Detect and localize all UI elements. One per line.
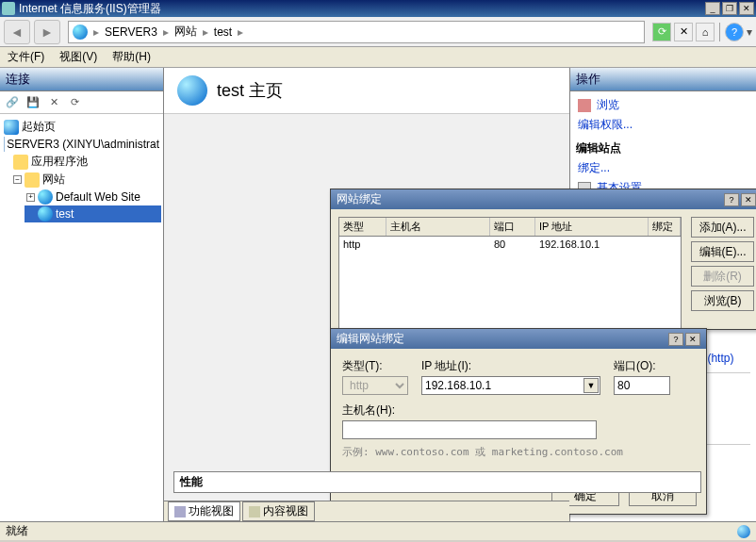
site-large-icon (177, 75, 207, 106)
host-input[interactable] (342, 420, 597, 439)
browse-binding-button[interactable]: 浏览(B) (691, 290, 754, 311)
col-port[interactable]: 端口 (490, 218, 535, 236)
action-browse[interactable]: 浏览 (576, 95, 750, 115)
connections-header: 连接 (0, 68, 163, 91)
ip-label: IP 地址(I): (421, 358, 600, 374)
back-button[interactable]: ◄ (4, 20, 30, 44)
tree-site-test[interactable]: test (25, 205, 161, 222)
binding-row[interactable]: http 80 192.168.10.1 (339, 237, 681, 252)
bindings-titlebar[interactable]: 网站绑定 ? ✕ (331, 189, 756, 209)
cell-ip: 192.168.10.1 (535, 237, 649, 252)
edit-binding-button[interactable]: 编辑(E)... (691, 241, 754, 262)
tree-start-page[interactable]: 起始页 (2, 118, 161, 136)
edit-title: 编辑网站绑定 (337, 331, 666, 347)
tab-content-label: 内容视图 (263, 503, 308, 519)
type-select[interactable]: http (342, 376, 408, 395)
globe-icon (73, 25, 88, 40)
col-type[interactable]: 类型 (339, 218, 386, 236)
tree-sites[interactable]: − 网站 (11, 171, 161, 189)
close-icon[interactable]: ✕ (741, 193, 756, 206)
action-label: 绑定... (578, 160, 610, 176)
port-input[interactable] (614, 376, 670, 395)
page-title: test 主页 (217, 79, 283, 102)
close-button[interactable]: ✕ (739, 2, 754, 15)
browse-icon (578, 99, 591, 112)
server-label: SERVER3 (XINYU\administrat (7, 138, 159, 151)
help-button[interactable]: ? (725, 23, 744, 41)
menu-file[interactable]: 文件(F) (8, 49, 44, 65)
cell-port: 80 (490, 237, 535, 252)
tree-server[interactable]: SERVER3 (XINYU\administrat (2, 136, 161, 153)
perf-group-header: 性能 (173, 471, 701, 493)
remove-binding-button[interactable]: 删除(R) (691, 266, 754, 287)
config-icon[interactable] (737, 525, 750, 538)
connect-icon[interactable]: 🔗 (4, 94, 21, 111)
status-bar: 就绪 (0, 521, 756, 540)
minimize-button[interactable]: _ (705, 2, 720, 15)
actions-header: 操作 (570, 68, 756, 91)
action-edit-perm[interactable]: 编辑权限... (576, 115, 750, 135)
connections-panel: 连接 🔗 💾 ✕ ⟳ 起始页 SERVER3 (XINYU\administra… (0, 68, 164, 521)
col-host[interactable]: 主机名 (386, 218, 490, 236)
bindings-list[interactable]: 类型 主机名 端口 IP 地址 绑定 http 80 192.168.10.1 (338, 217, 682, 345)
window-title: Internet 信息服务(IIS)管理器 (19, 1, 705, 17)
type-label: 类型(T): (342, 358, 408, 374)
edit-titlebar[interactable]: 编辑网站绑定 ? ✕ (331, 329, 706, 349)
save-icon[interactable]: 💾 (25, 94, 41, 111)
group-edit-site: 编辑站点 (576, 140, 750, 156)
nav-toolbar: ◄ ► ▸ SERVER3 ▸ 网站 ▸ test ▸ ⟳ ✕ ⌂ ? ▾ (0, 17, 756, 47)
site-test-label: test (56, 207, 74, 221)
menu-help[interactable]: 帮助(H) (112, 49, 151, 65)
home-button[interactable]: ⌂ (696, 23, 715, 41)
address-bar[interactable]: ▸ SERVER3 ▸ 网站 ▸ test ▸ (68, 21, 645, 43)
forward-button[interactable]: ► (34, 20, 60, 44)
breadcrumb-sep: ▸ (163, 25, 169, 39)
menu-view[interactable]: 视图(V) (59, 49, 97, 65)
site-icon (38, 189, 53, 205)
action-bindings[interactable]: 绑定... (576, 158, 750, 178)
host-label: 主机名(H): (342, 403, 395, 417)
connections-toolbar: 🔗 💾 ✕ ⟳ (0, 91, 163, 114)
breadcrumb-server[interactable]: SERVER3 (105, 25, 157, 39)
delete-icon[interactable]: ✕ (45, 94, 62, 111)
col-bind[interactable]: 绑定 (649, 218, 681, 236)
breadcrumb-sep: ▸ (93, 25, 99, 39)
help-icon[interactable]: ? (724, 193, 739, 206)
action-label: 编辑权限... (578, 117, 633, 133)
tree-site-default[interactable]: + Default Web Site (25, 189, 161, 205)
ip-input[interactable] (421, 376, 600, 395)
breadcrumb-site[interactable]: test (214, 25, 232, 39)
app-icon (2, 2, 15, 15)
title-bar: Internet 信息服务(IIS)管理器 _ ❐ ✕ (0, 0, 756, 17)
connections-tree[interactable]: 起始页 SERVER3 (XINYU\administrat 应用程序池 − 网… (0, 114, 163, 521)
bindings-dialog: 网站绑定 ? ✕ 类型 主机名 端口 IP 地址 绑定 http (330, 189, 756, 330)
tree-app-pools[interactable]: 应用程序池 (11, 153, 161, 171)
folder-icon (25, 172, 40, 188)
menu-bar: 文件(F) 视图(V) 帮助(H) (0, 47, 756, 68)
cell-type: http (339, 237, 386, 252)
tab-features-label: 功能视图 (189, 503, 234, 519)
port-label: 端口(O): (614, 358, 670, 374)
stop-nav-button[interactable]: ✕ (674, 23, 693, 41)
features-icon (174, 506, 186, 517)
close-icon[interactable]: ✕ (685, 333, 700, 346)
add-binding-button[interactable]: 添加(A)... (691, 217, 754, 238)
col-ip[interactable]: IP 地址 (535, 218, 649, 236)
breadcrumb-sites[interactable]: 网站 (174, 24, 197, 40)
tab-content[interactable]: 内容视图 (242, 501, 315, 521)
start-page-icon (4, 120, 19, 135)
expand-toggle[interactable]: + (26, 193, 35, 202)
center-panel: test 主页 网站绑定 ? ✕ 类型 主机名 端口 IP 地址 绑定 (164, 68, 569, 521)
bindings-header-row: 类型 主机名 端口 IP 地址 绑定 (339, 218, 681, 237)
refresh-icon[interactable]: ⟳ (66, 94, 83, 111)
site-icon (38, 206, 53, 222)
ip-dropdown-icon[interactable]: ▼ (583, 378, 599, 393)
help-dropdown[interactable]: ▾ (747, 25, 752, 39)
maximize-button[interactable]: ❐ (722, 2, 737, 15)
host-hint: 示例: www.contoso.com 或 marketing.contoso.… (342, 445, 695, 459)
tab-features[interactable]: 功能视图 (168, 501, 240, 521)
help-icon[interactable]: ? (668, 333, 683, 346)
expand-toggle[interactable]: − (13, 175, 22, 184)
go-button[interactable]: ⟳ (652, 23, 671, 41)
breadcrumb-sep: ▸ (238, 25, 243, 39)
